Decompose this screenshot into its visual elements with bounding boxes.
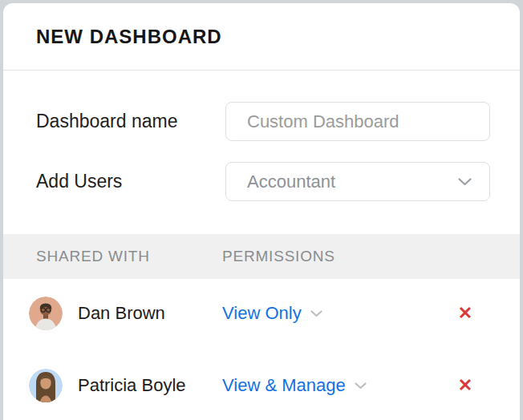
remove-user-button[interactable]: ✕ xyxy=(452,373,478,398)
add-users-label: Add Users xyxy=(36,171,122,192)
remove-user-button[interactable]: ✕ xyxy=(452,301,478,326)
user-name: Dan Brown xyxy=(78,303,165,324)
column-header-permissions: PERMISSIONS xyxy=(222,248,335,265)
new-dashboard-modal: NEW DASHBOARD Dashboard name Add Users A… xyxy=(3,3,520,420)
dashboard-name-label: Dashboard name xyxy=(36,111,177,132)
dashboard-name-input[interactable] xyxy=(225,102,490,141)
avatar xyxy=(29,297,63,330)
form-row-add-users: Add Users Accountant xyxy=(3,162,520,201)
x-icon: ✕ xyxy=(458,305,472,322)
permission-dropdown[interactable]: View Only xyxy=(222,303,322,324)
add-users-dropdown[interactable]: Accountant xyxy=(225,162,490,201)
modal-header: NEW DASHBOARD xyxy=(3,3,520,71)
form-row-dashboard-name: Dashboard name xyxy=(3,102,520,141)
column-header-shared-with: SHARED WITH xyxy=(36,248,150,265)
chevron-down-icon xyxy=(458,178,472,186)
permission-value: View Only xyxy=(222,303,302,324)
chevron-down-icon xyxy=(355,382,367,390)
table-row: Dan Brown View Only ✕ xyxy=(3,279,520,349)
page-title: NEW DASHBOARD xyxy=(36,26,222,48)
permission-value: View & Manage xyxy=(222,375,346,396)
table-row: Patricia Boyle View & Manage ✕ xyxy=(3,348,520,420)
user-name: Patricia Boyle xyxy=(78,375,186,396)
add-users-selected-value: Accountant xyxy=(247,172,335,192)
permission-dropdown[interactable]: View & Manage xyxy=(222,375,367,396)
x-icon: ✕ xyxy=(458,377,472,394)
avatar xyxy=(29,369,63,402)
shared-users-table-header: SHARED WITH PERMISSIONS xyxy=(3,234,520,279)
chevron-down-icon xyxy=(310,310,322,317)
